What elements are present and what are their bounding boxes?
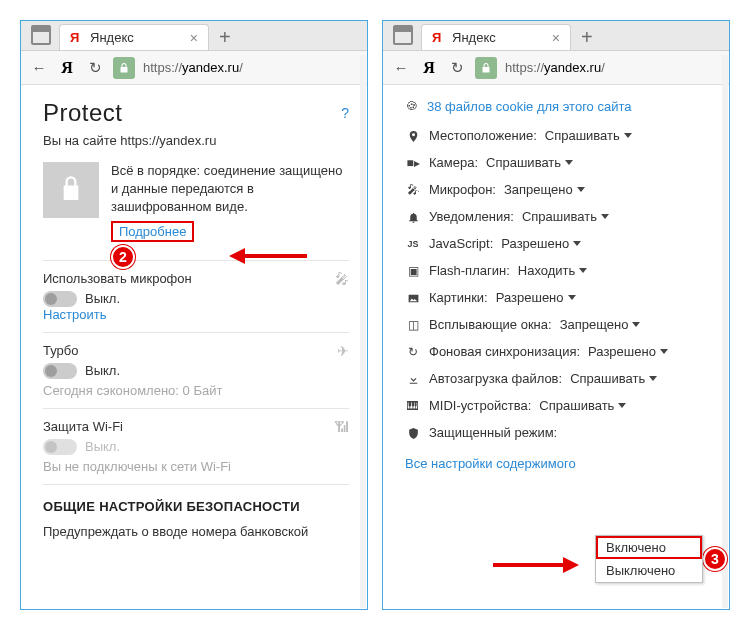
microphone-toggle[interactable]: Выкл. <box>43 291 349 307</box>
warn-bank-text: Предупреждать о вводе номера банковской <box>43 524 349 539</box>
chevron-down-icon <box>579 268 587 273</box>
cookies-row[interactable]: 🍪︎ 38 файлов cookie для этого сайта <box>405 99 711 114</box>
back-button[interactable]: ← <box>29 59 49 76</box>
perm-javascript[interactable]: JS JavaScript: Разрешено <box>405 236 711 251</box>
connection-status-row: Всё в порядке: соединение защищено и дан… <box>43 162 349 242</box>
wifi-label: Защита Wi-Fi <box>43 419 123 434</box>
scrollbar[interactable] <box>360 55 366 608</box>
reload-button[interactable]: ↻ <box>447 59 467 77</box>
configure-mic-link[interactable]: Настроить <box>43 307 107 322</box>
wifi-toggle: Выкл. <box>43 439 349 455</box>
perm-background-sync[interactable]: ↻ Фоновая синхронизация: Разрешено <box>405 344 711 359</box>
divider <box>43 484 349 485</box>
perm-location[interactable]: Местоположение: Спрашивать <box>405 128 711 143</box>
toggle-switch-icon <box>43 363 77 379</box>
new-tab-button[interactable]: + <box>209 24 241 50</box>
wifi-icon: 📶︎ <box>335 419 349 435</box>
wifi-note: Вы не подключены к сети Wi-Fi <box>43 459 349 474</box>
tab-title: Яндекс <box>90 30 134 45</box>
rocket-icon: ✈︎ <box>337 343 349 359</box>
browser-window-left: Я Яндекс × + ← Я ↻ https://yandex.ru/ Pr… <box>20 20 368 610</box>
chevron-down-icon <box>618 403 626 408</box>
lock-icon[interactable] <box>475 57 497 79</box>
protected-mode-dropdown[interactable]: Включено Выключено <box>595 535 703 583</box>
chevron-down-icon <box>649 376 657 381</box>
yandex-home-button[interactable]: Я <box>419 59 439 77</box>
reload-button[interactable]: ↻ <box>85 59 105 77</box>
help-link[interactable]: ? <box>341 105 349 121</box>
location-icon <box>405 128 421 142</box>
turbo-toggle[interactable]: Выкл. <box>43 363 349 379</box>
cookies-link[interactable]: 38 файлов cookie для этого сайта <box>427 99 631 114</box>
browser-window-right: Я Яндекс × + ← Я ↻ https://yandex.ru/ 🍪︎… <box>382 20 730 610</box>
details-link[interactable]: Подробнее <box>111 221 194 242</box>
site-url-text: Вы на сайте https://yandex.ru <box>43 133 349 148</box>
toggle-switch-icon <box>43 291 77 307</box>
perm-protected-mode[interactable]: Защищенный режим: <box>405 425 711 440</box>
perm-notifications[interactable]: Уведомления: Спрашивать <box>405 209 711 224</box>
security-section-title: ОБЩИЕ НАСТРОЙКИ БЕЗОПАСНОСТИ <box>43 499 349 514</box>
perm-midi[interactable]: 🎹︎ MIDI-устройства: Спрашивать <box>405 398 711 413</box>
perm-value: Разрешено <box>588 344 656 359</box>
perm-value: Находить <box>518 263 576 278</box>
address-url[interactable]: https://yandex.ru/ <box>143 60 359 75</box>
chevron-down-icon <box>577 187 585 192</box>
annotation-arrow <box>493 557 579 573</box>
perm-autodownload[interactable]: Автозагрузка файлов: Спрашивать <box>405 371 711 386</box>
perm-popups[interactable]: ◫ Всплывающие окна: Запрещено <box>405 317 711 332</box>
perm-images[interactable]: Картинки: Разрешено <box>405 290 711 305</box>
microphone-icon: 🎤︎ <box>335 271 349 287</box>
address-url[interactable]: https://yandex.ru/ <box>505 60 721 75</box>
perm-value: Запрещено <box>504 182 573 197</box>
site-permissions-panel: 🍪︎ 38 файлов cookie для этого сайта Мест… <box>383 85 729 609</box>
chevron-down-icon <box>573 241 581 246</box>
connection-lock-icon <box>43 162 99 218</box>
connection-status-text: Всё в порядке: соединение защищено и дан… <box>111 162 349 217</box>
perm-value: Спрашивать <box>486 155 561 170</box>
perm-value: Спрашивать <box>545 128 620 143</box>
divider <box>43 408 349 409</box>
perm-camera[interactable]: ■▸ Камера: Спрашивать <box>405 155 711 170</box>
yandex-home-button[interactable]: Я <box>57 59 77 77</box>
tab-title: Яндекс <box>452 30 496 45</box>
turbo-state: Выкл. <box>85 363 120 378</box>
tab-bar: Я Яндекс × + <box>21 21 367 51</box>
all-content-settings-link[interactable]: Все настройки содержимого <box>405 456 711 471</box>
bell-icon <box>405 209 421 223</box>
shield-icon <box>405 425 421 439</box>
cookie-icon: 🍪︎ <box>405 99 419 113</box>
protect-title: Protect <box>43 99 123 127</box>
dropdown-option-off[interactable]: Выключено <box>596 559 702 582</box>
close-tab-icon[interactable]: × <box>190 30 198 46</box>
annotation-callout-2: 2 <box>111 245 135 269</box>
midi-icon: 🎹︎ <box>405 399 421 413</box>
toggle-switch-icon <box>43 439 77 455</box>
perm-microphone[interactable]: 🎤︎ Микрофон: Запрещено <box>405 182 711 197</box>
new-tab-button[interactable]: + <box>571 24 603 50</box>
wifi-setting: Защита Wi-Fi 📶︎ Выкл. Вы не подключены к… <box>43 419 349 474</box>
tab-bar: Я Яндекс × + <box>383 21 729 51</box>
active-tab[interactable]: Я Яндекс × <box>59 24 209 50</box>
annotation-arrow <box>229 247 307 264</box>
perm-value: Разрешено <box>496 290 564 305</box>
dropdown-option-on[interactable]: Включено <box>596 536 702 559</box>
chevron-down-icon <box>601 214 609 219</box>
yandex-favicon-icon: Я <box>432 31 446 45</box>
divider <box>43 332 349 333</box>
perm-value: Спрашивать <box>570 371 645 386</box>
back-button[interactable]: ← <box>391 59 411 76</box>
microphone-label: Использовать микрофон <box>43 271 192 286</box>
address-toolbar: ← Я ↻ https://yandex.ru/ <box>21 51 367 85</box>
active-tab[interactable]: Я Яндекс × <box>421 24 571 50</box>
camera-icon: ■▸ <box>405 156 421 170</box>
close-tab-icon[interactable]: × <box>552 30 560 46</box>
download-icon <box>405 371 421 385</box>
popup-icon: ◫ <box>405 318 421 332</box>
turbo-saved-text: Сегодня сэкономлено: 0 Байт <box>43 383 349 398</box>
chevron-down-icon <box>568 295 576 300</box>
perm-flash[interactable]: ▣ Flash-плагин: Находить <box>405 263 711 278</box>
lock-icon[interactable] <box>113 57 135 79</box>
chevron-down-icon <box>565 160 573 165</box>
chevron-down-icon <box>660 349 668 354</box>
scrollbar[interactable] <box>722 55 728 608</box>
